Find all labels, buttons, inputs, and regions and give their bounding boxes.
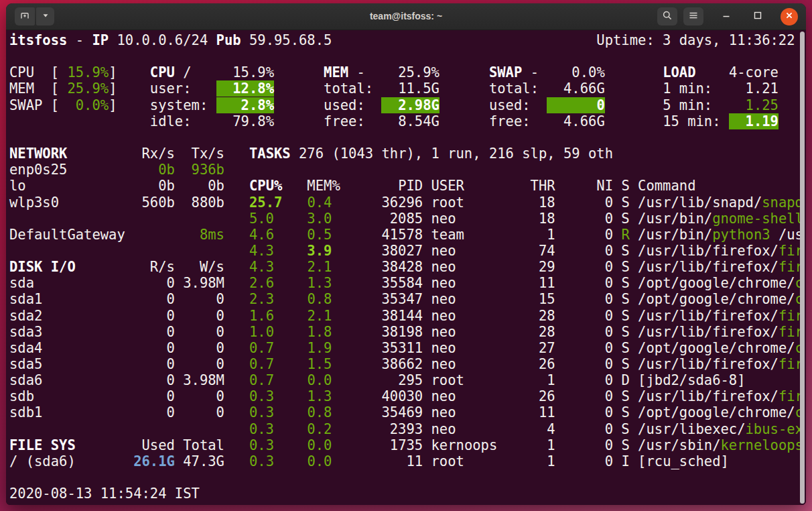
- terminal-text-segment: [224, 227, 249, 243]
- terminal-text-segment: 0.3: [249, 453, 274, 469]
- terminal-text-segment: sda4: [9, 340, 42, 356]
- terminal-text-segment: 38662: [340, 356, 423, 372]
- terminal-text-segment: 4.3: [249, 259, 274, 275]
- terminal-text-segment: snapd: [762, 194, 803, 211]
- terminal-text-segment: 295: [340, 372, 423, 388]
- terminal-text-segment: 38428: [340, 259, 423, 275]
- new-tab-button[interactable]: [15, 7, 35, 25]
- terminal-text-segment: sda1: [9, 291, 42, 307]
- terminal-text-segment: 276 (1043 thr), 1 run, 216 slp, 59 oth: [291, 146, 613, 162]
- window-controls: [718, 8, 798, 25]
- terminal-text-segment: [274, 356, 307, 372]
- titlebar[interactable]: team@itsfoss: ~: [6, 3, 806, 30]
- terminal-text-segment: root: [431, 194, 464, 211]
- terminal-text-segment: 15.9%: [192, 64, 274, 80]
- terminal-text-segment: [224, 388, 249, 404]
- scrollbar-thumb[interactable]: [800, 32, 805, 504]
- new-tab-dropdown-button[interactable]: [36, 7, 54, 25]
- terminal-text-segment: 936b: [175, 162, 224, 178]
- terminal-text-segment: 11: [514, 275, 555, 291]
- terminal-text-segment: USER: [431, 178, 464, 194]
- terminal-window: team@itsfoss: ~: [6, 3, 806, 505]
- terminal-text-segment: 1: [514, 372, 555, 388]
- terminal-text-segment: 4-core: [696, 64, 779, 80]
- terminal-text-segment: used:: [489, 97, 547, 113]
- terminal-line: sda 0 3.98M 2.6 1.3 35584 neo 11 0 S /op…: [9, 275, 803, 291]
- terminal-text-segment: neo: [431, 275, 456, 291]
- terminal-text-segment: 0.0: [307, 437, 332, 453]
- terminal-text-segment: 0: [555, 453, 613, 469]
- terminal-text-segment: 5 min:: [663, 97, 729, 113]
- terminal-text-segment: [423, 340, 431, 356]
- terminal-text-segment: /usr/lib/firefox/: [638, 388, 779, 404]
- terminal-text-segment: [423, 178, 431, 194]
- terminal-text-segment: 8ms: [200, 227, 224, 243]
- terminal-text-segment: S: [613, 291, 638, 307]
- terminal-text-segment: [464, 194, 514, 211]
- terminal-text-segment: 0: [555, 324, 613, 340]
- terminal-text-segment: python3: [712, 227, 770, 243]
- terminal-text-segment: 26: [514, 356, 555, 372]
- terminal-text-segment: CPU [: [9, 64, 59, 80]
- terminal-text-segment: [42, 372, 109, 388]
- terminal-text-segment: Pub: [216, 32, 241, 48]
- terminal-text-segment: 0: [175, 404, 224, 420]
- terminal-text-segment: 880b: [175, 194, 224, 211]
- terminal-text-segment: 47.3G: [175, 453, 224, 469]
- terminal-text-segment: /usr/lib/snapd/: [638, 194, 762, 211]
- terminal-text-segment: S: [613, 340, 638, 356]
- terminal-text-segment: [42, 404, 109, 420]
- terminal-text-segment: 0: [555, 404, 613, 420]
- terminal-text-segment: neo: [431, 211, 456, 227]
- terminal-text-segment: [42, 340, 109, 356]
- terminal-text-segment: [42, 291, 109, 307]
- terminal-text-segment: [76, 259, 109, 275]
- close-button[interactable]: [781, 8, 798, 25]
- terminal-text-segment: 0b: [109, 162, 175, 178]
- search-button[interactable]: [657, 7, 677, 25]
- terminal-text-segment: 12.8%: [216, 80, 274, 97]
- terminal-text-segment: 0: [555, 340, 613, 356]
- terminal-text-segment: 4: [514, 421, 555, 437]
- terminal-text-segment: 27: [514, 340, 555, 356]
- terminal-text-segment: [423, 259, 431, 275]
- terminal-text-segment: lo: [9, 178, 26, 194]
- terminal-text-segment: neo: [431, 324, 456, 340]
- terminal-text-segment: 2.6: [249, 275, 274, 291]
- terminal-text-segment: [282, 178, 307, 194]
- terminal-text-segment: 1.25: [729, 97, 779, 113]
- terminal-text-segment: 0.0: [307, 453, 332, 469]
- terminal-text-segment: [274, 243, 307, 259]
- terminal-text-segment: 0: [555, 388, 613, 404]
- terminal-text-segment: 5.0: [249, 211, 274, 227]
- terminal-line: CPU [ 15.9%] CPU / 15.9% MEM - 25.9% SWA…: [9, 64, 779, 80]
- terminal-text-segment: 40030: [340, 388, 423, 404]
- search-icon: [662, 10, 673, 23]
- terminal-text-segment: [274, 340, 307, 356]
- terminal-text-segment: S: [613, 243, 638, 259]
- terminal-text-segment: /usr/lib/firefox/: [638, 243, 779, 259]
- menu-button[interactable]: [683, 7, 703, 25]
- terminal-text-segment: [423, 421, 431, 437]
- terminal-content[interactable]: itsfoss - IP 10.0.0.6/24 Pub 59.95.68.5 …: [6, 30, 806, 505]
- terminal-text-segment: 1735: [340, 437, 423, 453]
- terminal-text-segment: [9, 211, 249, 227]
- terminal-text-segment: root: [431, 453, 464, 469]
- maximize-button[interactable]: [749, 8, 766, 25]
- terminal-text-segment: 0.8: [307, 291, 332, 307]
- terminal-text-segment: enp0s25: [9, 162, 67, 178]
- minimize-button[interactable]: [718, 8, 735, 25]
- terminal-text-segment: 0.4: [307, 194, 332, 211]
- terminal-text-segment: SWAP [: [9, 97, 59, 113]
- terminal-text-segment: FILE SYS: [9, 437, 76, 453]
- terminal-text-segment: [117, 64, 149, 80]
- terminal-text-segment: 59.95.68.5: [241, 32, 332, 48]
- terminal-text-segment: 0: [109, 324, 175, 340]
- terminal-text-segment: 79.8%: [216, 113, 274, 129]
- terminal-text-segment: DISK I/O: [9, 259, 76, 275]
- terminal-text-segment: /opt/google/chrome/: [638, 291, 795, 307]
- terminal-text-segment: [224, 275, 249, 291]
- terminal-text-segment: [332, 453, 340, 469]
- terminal-text-segment: R: [621, 227, 629, 243]
- terminal-text-segment: [332, 32, 596, 48]
